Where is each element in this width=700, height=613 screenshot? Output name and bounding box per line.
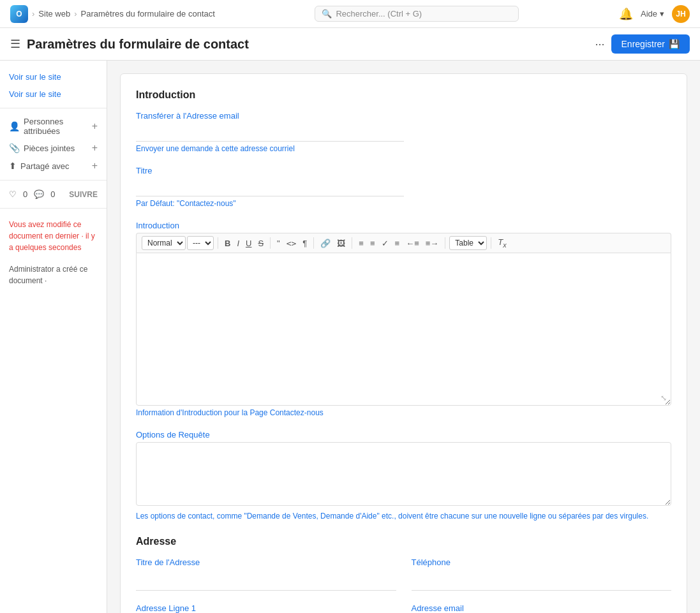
align-button[interactable]: ≡ [392, 237, 403, 249]
sidebar-link-view2[interactable]: Voir sur le site [0, 85, 107, 103]
transfer-email-label: Transférer à l'Adresse email [136, 111, 671, 121]
address-title-group: Titre de l'Adresse [136, 558, 396, 591]
address-title-input[interactable] [136, 572, 396, 591]
intro-editor-label: Introduction [136, 221, 671, 230]
more-options-button[interactable]: ··· [595, 38, 605, 51]
strikethrough-button[interactable]: S [255, 237, 266, 249]
search-icon: 🔍 [322, 9, 332, 18]
options-hint: Les options de contact, comme "Demande d… [136, 512, 671, 521]
follow-button[interactable]: SUIVRE [69, 190, 98, 199]
sidebar-note-modified-text: Vous avez modifié ce document en dernier… [9, 220, 95, 252]
comments-icon: 💬 [34, 189, 44, 199]
transfer-email-group: Transférer à l'Adresse email Envoyer une… [136, 111, 671, 153]
app-logo[interactable]: O [10, 5, 28, 23]
save-button[interactable]: Enregistrer 💾 [611, 34, 690, 54]
sidebar-item-shared-label: Partagé avec [20, 161, 70, 171]
sidebar-link-view1[interactable]: Voir sur le site [0, 68, 107, 85]
image-button[interactable]: 🖼 [334, 237, 348, 249]
italic-button[interactable]: I [234, 237, 242, 249]
heading-select[interactable]: --- [187, 236, 214, 250]
sidebar-item-shared-left: ⬆ Partagé avec [9, 161, 70, 171]
introduction-section-title: Introduction [136, 89, 671, 101]
table-select[interactable]: Table [449, 236, 487, 250]
title-default-hint: Par Défaut: "Contactez-nous" [136, 199, 671, 208]
toolbar-divider5 [445, 237, 445, 249]
toolbar-divider4 [352, 237, 352, 249]
top-nav-right: 🔔 Aide ▾ JH [619, 5, 690, 23]
notification-bell-icon[interactable]: 🔔 [619, 7, 633, 21]
sidebar-add-persons-icon[interactable]: + [92, 121, 98, 132]
options-textarea[interactable] [136, 442, 671, 506]
sidebar-item-shared[interactable]: ⬆ Partagé avec + [0, 157, 107, 175]
shared-icon: ⬆ [9, 161, 17, 171]
main-layout: Voir sur le site Voir sur le site 👤 Pers… [0, 61, 700, 613]
paragraph-button[interactable]: ¶ [300, 237, 309, 249]
options-label: Options de Requête [136, 430, 671, 439]
sidebar-divider2 [0, 180, 107, 181]
resize-handle-icon: ⤡ [660, 394, 667, 403]
address-two-col-2: Adresse Ligne 1 Adresse email [136, 603, 671, 613]
editor-area[interactable]: ⤡ [136, 253, 671, 406]
code-button[interactable]: <> [284, 237, 299, 249]
page-header: ☰ Paramètres du formulaire de contact ··… [0, 28, 700, 61]
editor-toolbar: Normal --- B I U S " <> ¶ [136, 233, 671, 253]
breadcrumb-sep1: › [32, 9, 34, 18]
sidebar-add-shared-icon[interactable]: + [92, 160, 98, 172]
help-button[interactable]: Aide ▾ [641, 9, 664, 18]
breadcrumb: O › Site web › Paramètres du formulaire … [10, 5, 215, 23]
sidebar-item-persons[interactable]: 👤 Personnes attribuées + [0, 114, 107, 139]
title-group: Titre Par Défaut: "Contactez-nous" [136, 166, 671, 208]
clear-format-button[interactable]: Tx [495, 236, 509, 250]
top-nav: O › Site web › Paramètres du formulaire … [0, 0, 700, 28]
breadcrumb-page: Paramètres du formulaire de contact [81, 9, 215, 18]
transfer-email-input[interactable] [136, 123, 404, 142]
unordered-list-button[interactable]: ≡ [368, 237, 378, 249]
search-box[interactable]: 🔍 Rechercher... (Ctrl + G) [315, 6, 519, 22]
persons-icon: 👤 [9, 121, 20, 131]
sidebar-item-attachments-left: 📎 Pièces jointes [9, 143, 75, 153]
sidebar: Voir sur le site Voir sur le site 👤 Pers… [0, 61, 107, 613]
hamburger-icon[interactable]: ☰ [10, 37, 20, 51]
address-title-label: Titre de l'Adresse [136, 558, 396, 567]
avatar[interactable]: JH [672, 5, 690, 23]
sidebar-divider3 [0, 208, 107, 209]
sidebar-note-modified: Vous avez modifié ce document en dernier… [0, 214, 107, 258]
likes-icon: ♡ [9, 189, 17, 199]
phone-input[interactable] [412, 572, 672, 591]
outdent-button[interactable]: ←≡ [403, 237, 422, 249]
transfer-email-hint: Envoyer une demande à cette adresse cour… [136, 144, 671, 153]
sidebar-note-created-text: Administrator a créé ce document · [9, 265, 87, 285]
sidebar-divider1 [0, 108, 107, 108]
ordered-list-button[interactable]: ≡ [356, 237, 366, 249]
underline-button[interactable]: U [243, 237, 254, 249]
save-label: Enregistrer [622, 39, 665, 49]
help-chevron-icon: ▾ [660, 9, 664, 18]
sidebar-item-persons-label: Personnes attribuées [24, 117, 92, 136]
toolbar-divider1 [218, 237, 218, 249]
checklist-button[interactable]: ✓ [379, 237, 391, 249]
breadcrumb-site[interactable]: Site web [38, 9, 70, 18]
blockquote-button[interactable]: " [274, 237, 283, 249]
transfer-email-input-container [136, 123, 404, 142]
email-label: Adresse email [412, 603, 672, 613]
bold-button[interactable]: B [222, 237, 233, 249]
link-button[interactable]: 🔗 [318, 237, 333, 249]
page-header-right: ··· Enregistrer 💾 [595, 34, 690, 54]
sidebar-note-created: Administrator a créé ce document · [0, 258, 107, 292]
title-input[interactable] [136, 178, 404, 196]
sidebar-item-attachments-label: Pièces jointes [24, 144, 75, 153]
phone-group: Téléphone [412, 558, 672, 591]
sidebar-stats: ♡ 0 💬 0 SUIVRE [0, 186, 107, 203]
indent-button[interactable]: ≡→ [423, 237, 442, 249]
sidebar-add-attachments-icon[interactable]: + [92, 142, 98, 154]
save-icon: 💾 [669, 39, 680, 49]
style-select[interactable]: Normal [142, 236, 186, 250]
sidebar-item-attachments[interactable]: 📎 Pièces jointes + [0, 139, 107, 157]
page-header-left: ☰ Paramètres du formulaire de contact [10, 37, 249, 52]
address-two-col: Titre de l'Adresse Téléphone [136, 558, 671, 603]
help-label: Aide [641, 9, 657, 18]
page-title: Paramètres du formulaire de contact [27, 37, 249, 52]
address-section: Adresse Titre de l'Adresse Téléphone Adr… [136, 536, 671, 613]
intro-editor-group: Introduction Normal --- B I U S [136, 221, 671, 417]
likes-count: 0 [23, 189, 27, 199]
